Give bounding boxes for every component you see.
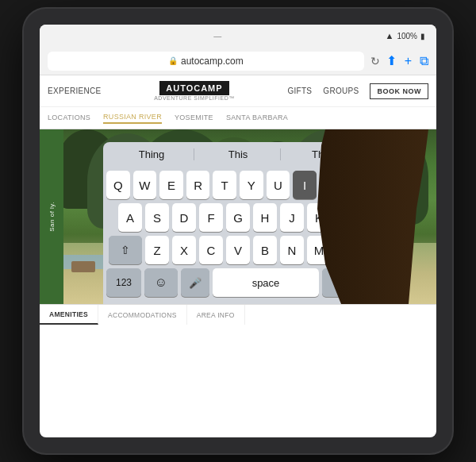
hero-bg: San of ly. Thing This Think Q — [40, 129, 436, 304]
key-m[interactable]: M — [307, 236, 331, 264]
add-tab-icon[interactable]: + — [405, 54, 412, 68]
key-return[interactable]: ret — [322, 268, 370, 297]
lock-icon: 🔒 — [168, 56, 178, 65]
picnic-table — [71, 261, 95, 272]
key-row-4: 123 ☺ 🎤 space ret — [106, 268, 370, 297]
key-numbers[interactable]: 123 — [106, 268, 141, 297]
bottom-tabs: AMENITIES ACCOMMODATIONS AREA INFO — [40, 304, 436, 325]
tab-yosemite[interactable]: YOSEMITE — [175, 114, 213, 123]
key-x[interactable]: X — [172, 236, 196, 264]
url-text: autocamp.com — [181, 56, 244, 67]
key-p[interactable]: P — [346, 171, 370, 199]
key-o[interactable]: O — [320, 171, 344, 199]
ipad-frame: — ▲ 100% ▮ 🔒 autocamp.com ↻ ⬆ + ⧉ EXPERI… — [24, 9, 452, 453]
key-row-1: Q W E R T Y U I O P — [106, 171, 370, 199]
key-b[interactable]: B — [253, 236, 277, 264]
key-s[interactable]: S — [145, 203, 169, 232]
key-u[interactable]: U — [267, 171, 290, 199]
key-space[interactable]: space — [213, 268, 319, 297]
key-shift[interactable]: ⇧ — [109, 236, 142, 264]
reload-icon[interactable]: ↻ — [370, 55, 380, 67]
key-f[interactable]: F — [199, 203, 223, 232]
keyboard-overlay: Thing This Think Q W E R T Y — [103, 142, 373, 304]
status-bar-notch: — — [213, 32, 222, 40]
key-e[interactable]: E — [159, 171, 183, 199]
key-delete[interactable]: ⌫ — [334, 236, 367, 264]
site-nav-links: GIFTS GROUPS BOOK NOW — [287, 83, 428, 99]
key-mic[interactable]: 🎤 — [181, 268, 209, 297]
groups-link[interactable]: GROUPS — [323, 87, 359, 95]
key-n[interactable]: N — [280, 236, 304, 264]
key-y[interactable]: Y — [240, 171, 263, 199]
pred-word-2[interactable]: This — [196, 148, 281, 160]
key-a[interactable]: A — [118, 203, 142, 232]
hero-section: San of ly. Thing This Think Q — [40, 129, 436, 304]
status-bar-right: ▲ 100% ▮ — [386, 31, 425, 40]
key-d[interactable]: D — [172, 203, 196, 232]
key-t[interactable]: T — [213, 171, 236, 199]
key-r[interactable]: R — [186, 171, 210, 199]
predictive-bar: Thing This Think — [103, 142, 373, 166]
key-row-2: A S D F G H J K L — [106, 203, 370, 232]
status-bar: — ▲ 100% ▮ — [40, 25, 436, 47]
green-sidebar: San of ly. — [40, 129, 63, 304]
address-bar: 🔒 autocamp.com ↻ ⬆ + ⧉ — [40, 47, 436, 75]
key-z[interactable]: Z — [145, 236, 169, 264]
key-c[interactable]: C — [199, 236, 223, 264]
location-tabs: LOCATIONS RUSSIAN RIVER YOSEMITE SANTA B… — [40, 107, 436, 129]
site-logo: AUTOCAMP ADVENTURE SIMPLIFIED™ — [154, 81, 235, 101]
pred-word-3[interactable]: Think — [282, 148, 367, 160]
key-g[interactable]: G — [226, 203, 250, 232]
btab-accommodations[interactable]: ACCOMMODATIONS — [98, 305, 187, 325]
sidebar-text: San of ly. — [48, 202, 56, 232]
keyboard-body: Q W E R T Y U I O P A — [103, 166, 373, 304]
site-nav: EXPERIENCE AUTOCAMP ADVENTURE SIMPLIFIED… — [40, 75, 436, 107]
tab-santa-barbara[interactable]: SANTA BARBARA — [226, 114, 288, 123]
battery-text: 100% — [397, 32, 417, 40]
share-icon[interactable]: ⬆ — [386, 53, 397, 68]
book-now-button[interactable]: BOOK NOW — [370, 83, 428, 99]
ipad-screen: — ▲ 100% ▮ 🔒 autocamp.com ↻ ⬆ + ⧉ EXPERI… — [40, 25, 436, 437]
key-l[interactable]: L — [334, 203, 358, 232]
key-row-3: ⇧ Z X C V B N M ⌫ — [106, 236, 370, 264]
tabs-icon[interactable]: ⧉ — [420, 54, 428, 68]
gifts-link[interactable]: GIFTS — [287, 87, 312, 95]
wifi-icon: ▲ — [386, 31, 394, 40]
battery-icon: ▮ — [420, 32, 425, 40]
tab-locations[interactable]: LOCATIONS — [48, 114, 90, 123]
key-v[interactable]: V — [226, 236, 250, 264]
logo-sub: ADVENTURE SIMPLIFIED™ — [154, 95, 235, 101]
address-field[interactable]: 🔒 autocamp.com — [48, 52, 364, 71]
tab-russian-river[interactable]: RUSSIAN RIVER — [103, 113, 162, 124]
experience-link[interactable]: EXPERIENCE — [48, 87, 101, 95]
key-q[interactable]: Q — [106, 171, 130, 199]
key-k[interactable]: K — [307, 203, 331, 232]
key-w[interactable]: W — [133, 171, 157, 199]
btab-amenities[interactable]: AMENITIES — [40, 305, 98, 325]
btab-area-info[interactable]: AREA INFO — [187, 305, 245, 325]
key-j[interactable]: J — [280, 203, 304, 232]
pred-word-1[interactable]: Thing — [109, 148, 194, 160]
key-h[interactable]: H — [253, 203, 277, 232]
logo-text: AUTOCAMP — [166, 83, 222, 93]
key-i[interactable]: I — [293, 171, 317, 199]
logo-box: AUTOCAMP — [159, 81, 228, 95]
key-emoji[interactable]: ☺ — [144, 268, 178, 297]
toolbar-icons: ⬆ + ⧉ — [386, 53, 428, 68]
